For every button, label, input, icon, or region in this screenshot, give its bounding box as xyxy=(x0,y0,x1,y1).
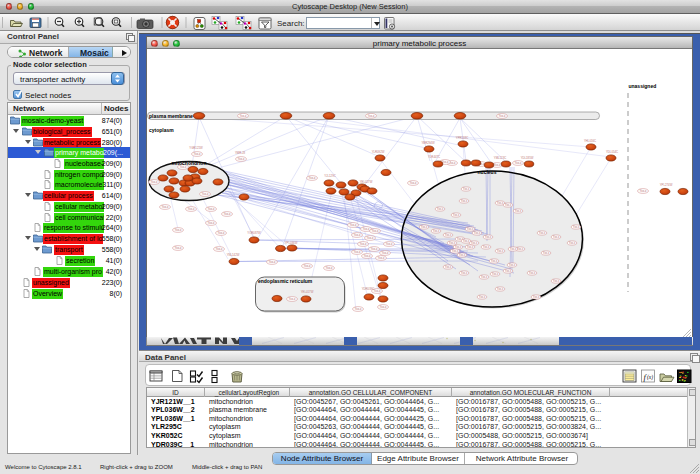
svg-text:YOR087W: YOR087W xyxy=(247,231,261,235)
svg-text:Yxx-x: Yxx-x xyxy=(374,289,382,293)
svg-text:Yxx-x: Yxx-x xyxy=(483,245,490,249)
svg-text:Yxx-x: Yxx-x xyxy=(497,287,504,291)
svg-text:mitochondrion: mitochondrion xyxy=(172,160,207,166)
svg-text:Yxx-x: Yxx-x xyxy=(529,271,536,275)
svg-text:(x): (x) xyxy=(647,374,653,381)
svg-text:Yxx-x: Yxx-x xyxy=(463,187,470,191)
svg-text:Yxx-x: Yxx-x xyxy=(481,275,488,279)
svg-text:YDL185W: YDL185W xyxy=(521,156,534,160)
svg-text:Yxx-x: Yxx-x xyxy=(471,241,478,245)
svg-text:unassigned: unassigned xyxy=(629,83,657,89)
svg-text:Yxx-x: Yxx-x xyxy=(363,227,371,231)
svg-text:YEL017W: YEL017W xyxy=(301,290,314,294)
svg-text:Yxx-x: Yxx-x xyxy=(175,228,183,232)
svg-text:YEL027W: YEL027W xyxy=(360,180,373,184)
svg-text:Yxx-x: Yxx-x xyxy=(573,225,580,229)
svg-text:Yxx-x: Yxx-x xyxy=(224,212,232,216)
svg-text:Yxx-x: Yxx-x xyxy=(208,221,216,225)
svg-text:Yxx-x: Yxx-x xyxy=(175,246,183,250)
svg-text:YJL129C: YJL129C xyxy=(324,174,336,178)
svg-text:YBR294W: YBR294W xyxy=(421,141,434,145)
svg-text:Yxx-x: Yxx-x xyxy=(382,251,390,255)
svg-text:Yxx-x: Yxx-x xyxy=(539,231,546,235)
svg-text:Yxx-x: Yxx-x xyxy=(553,235,560,239)
svg-text:Yxx-x: Yxx-x xyxy=(433,229,440,233)
svg-text:Yxx-x: Yxx-x xyxy=(461,199,468,203)
svg-text:Yxx-x: Yxx-x xyxy=(543,251,550,255)
svg-text:YLR447C: YLR447C xyxy=(428,155,440,159)
svg-text:plasma membrane: plasma membrane xyxy=(149,113,193,119)
svg-text:Yxx-x: Yxx-x xyxy=(569,241,576,245)
svg-text:Yxx-x: Yxx-x xyxy=(378,256,386,260)
svg-text:Yxx-x: Yxx-x xyxy=(479,295,486,299)
svg-text:Yxx-x: Yxx-x xyxy=(455,245,462,249)
svg-text:YMR-J8: YMR-J8 xyxy=(235,151,246,155)
svg-text:Yxx-x: Yxx-x xyxy=(437,207,444,211)
svg-text:Yxx-x: Yxx-x xyxy=(371,247,379,251)
svg-text:Yxx-x: Yxx-x xyxy=(354,250,362,254)
svg-text:Yxx-x: Yxx-x xyxy=(494,163,502,167)
svg-text:Yxx-x: Yxx-x xyxy=(515,161,523,165)
svg-text:nucleus: nucleus xyxy=(478,169,497,175)
svg-text:Yxx-x: Yxx-x xyxy=(497,249,504,253)
svg-text:Yxx-x: Yxx-x xyxy=(509,263,516,267)
svg-text:Yxx-x: Yxx-x xyxy=(355,307,363,311)
svg-text:Yxx-x: Yxx-x xyxy=(162,205,170,209)
svg-text:Yxx-x: Yxx-x xyxy=(326,266,334,270)
svg-text:Yxx-x: Yxx-x xyxy=(467,227,474,231)
svg-text:YML123C: YML123C xyxy=(494,156,506,160)
svg-text:Yxx-x: Yxx-x xyxy=(533,295,540,299)
svg-text:YHL016C: YHL016C xyxy=(584,139,596,143)
svg-text:YGR121W: YGR121W xyxy=(189,146,203,150)
svg-text:Yxx-x: Yxx-x xyxy=(216,247,224,251)
svg-text:Yxx-x: Yxx-x xyxy=(208,207,216,211)
svg-text:Yxx-x: Yxx-x xyxy=(461,271,468,275)
svg-text:Yxx-x: Yxx-x xyxy=(445,265,452,269)
svg-text:Yxx-x: Yxx-x xyxy=(474,231,481,235)
svg-text:Yxx-x: Yxx-x xyxy=(485,235,492,239)
svg-text:Yxx-x: Yxx-x xyxy=(289,297,297,301)
svg-text:Yxx-x: Yxx-x xyxy=(367,236,375,240)
svg-text:Yxx-x: Yxx-x xyxy=(510,247,517,251)
svg-text:Yxx-x: Yxx-x xyxy=(309,176,317,180)
svg-text:Yxx-x: Yxx-x xyxy=(505,203,512,207)
svg-text:YPR138C: YPR138C xyxy=(456,136,468,140)
svg-text:Yxx-x: Yxx-x xyxy=(202,192,210,196)
svg-text:Yxx-x: Yxx-x xyxy=(463,239,470,243)
svg-text:Yxx-x: Yxx-x xyxy=(459,253,466,257)
svg-text:Yxx-x: Yxx-x xyxy=(491,259,498,263)
svg-text:Yxx-x: Yxx-x xyxy=(304,264,312,268)
svg-text:Yxx-x: Yxx-x xyxy=(240,114,248,118)
svg-text:Yxx-x: Yxx-x xyxy=(515,209,522,213)
svg-text:YPL274W: YPL274W xyxy=(660,183,673,187)
svg-text:Yxx-x: Yxx-x xyxy=(188,207,196,211)
svg-text:YNL142W: YNL142W xyxy=(227,253,240,257)
svg-text:Yxx-x: Yxx-x xyxy=(410,181,418,185)
svg-text:Yxx-x: Yxx-x xyxy=(492,272,499,276)
svg-text:Yxx-x: Yxx-x xyxy=(467,245,474,249)
svg-text:Yxx-x: Yxx-x xyxy=(238,157,246,161)
svg-text:Yxx-x: Yxx-x xyxy=(449,241,456,245)
svg-text:Yxx-x: Yxx-x xyxy=(354,233,362,237)
svg-text:Yxx-x: Yxx-x xyxy=(497,201,504,205)
svg-text:YDL054C: YDL054C xyxy=(606,150,618,154)
svg-text:Yxx-x: Yxx-x xyxy=(505,269,512,273)
svg-text:Yxx-x: Yxx-x xyxy=(445,233,452,237)
svg-text:Yxx-x: Yxx-x xyxy=(269,260,277,264)
svg-text:Yxx-x: Yxx-x xyxy=(364,254,372,258)
svg-text:Yxx-x: Yxx-x xyxy=(553,279,560,283)
svg-text:YPL036W: YPL036W xyxy=(285,241,298,245)
svg-text:Yxx-x: Yxx-x xyxy=(368,114,376,118)
svg-text:Yxx-x: Yxx-x xyxy=(350,223,358,227)
svg-text:Yxx-x: Yxx-x xyxy=(499,114,507,118)
svg-text:Yxx-x: Yxx-x xyxy=(453,213,460,217)
svg-text:Yxx-x: Yxx-x xyxy=(151,180,159,184)
svg-text:endoplasmic reticulum: endoplasmic reticulum xyxy=(258,278,313,284)
svg-text:Yxx-x: Yxx-x xyxy=(452,249,459,253)
svg-text:Yxx-x: Yxx-x xyxy=(421,225,428,229)
svg-text:YDR039C: YDR039C xyxy=(362,287,375,291)
svg-text:Yxx-x: Yxx-x xyxy=(386,242,394,246)
svg-text:Yxx-x: Yxx-x xyxy=(640,189,648,193)
svg-text:Yxx-x: Yxx-x xyxy=(372,229,380,233)
svg-text:Yxx-x: Yxx-x xyxy=(360,242,368,246)
